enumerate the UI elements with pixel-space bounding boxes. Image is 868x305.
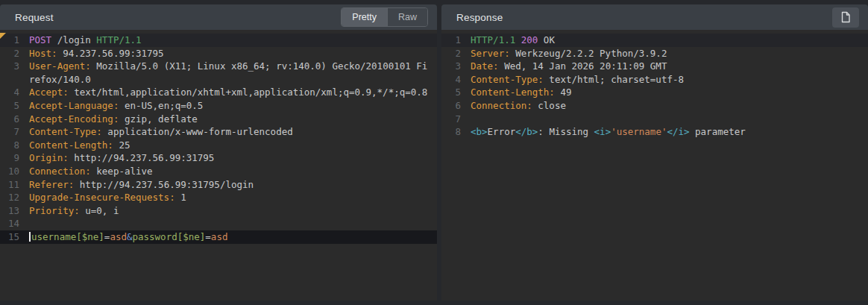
code-line[interactable]: 1HTTP/1.1 200 OK [441, 34, 868, 47]
code-line[interactable]: 8<b>Error</b>: Missing <i>'username'</i>… [441, 125, 868, 139]
code-text: Host: 94.237.56.99:31795 [29, 47, 437, 60]
code-segment: username[$ne] [31, 231, 104, 242]
code-segment: Host: [29, 48, 57, 59]
code-segment: Server: [471, 48, 510, 59]
code-text: HTTP/1.1 200 OK [471, 34, 868, 47]
code-segment: Content-Type: [29, 126, 102, 137]
copy-response-button[interactable] [832, 7, 859, 28]
code-line[interactable]: 15username[$ne]=asd&password[$ne]=asd [0, 230, 437, 244]
line-number: 1 [441, 34, 461, 47]
code-segment: </b> [515, 126, 538, 137]
code-line[interactable]: 6Accept-Encoding: gzip, deflate [0, 113, 437, 126]
code-text: Connection: close [471, 99, 868, 113]
code-segment: http://94.237.56.99:31795/login [74, 179, 254, 190]
response-panel: Response 1HTTP/1.1 200 OK2Server: Werkze… [441, 4, 868, 301]
code-segment: Content-Length: [29, 139, 113, 151]
code-segment [515, 34, 521, 45]
code-segment: 1 [175, 192, 186, 203]
line-number: 6 [0, 113, 19, 126]
code-segment: close [532, 100, 566, 111]
document-icon [840, 11, 851, 23]
code-line[interactable]: 5Content-Length: 49 [441, 86, 868, 99]
code-segment: Accept: [29, 87, 69, 98]
code-line[interactable]: 5Accept-Language: en-US,en;q=0.5 [0, 99, 437, 113]
code-line[interactable]: 12Upgrade-Insecure-Requests: 1 [0, 191, 437, 204]
request-title: Request [15, 12, 54, 23]
code-text: Content-Type: text/html; charset=utf-8 [471, 73, 868, 87]
code-segment: Upgrade-Insecure-Requests: [29, 192, 175, 203]
code-line[interactable]: 3Date: Wed, 14 Jan 2026 20:11:09 GMT [441, 60, 868, 73]
code-text: Upgrade-Insecure-Requests: 1 [29, 191, 437, 204]
code-text: <b>Error</b>: Missing <i>'username'</i> … [471, 125, 868, 139]
response-code-area: 1HTTP/1.1 200 OK2Server: Werkzeug/2.2.2 … [441, 34, 868, 139]
code-line[interactable]: 2Server: Werkzeug/2.2.2 Python/3.9.2 [441, 47, 868, 60]
tab-pretty[interactable]: Pretty [342, 8, 387, 26]
tab-raw[interactable]: Raw [387, 8, 427, 26]
code-segment: : Missing [538, 126, 594, 137]
code-segment: 25 [113, 139, 130, 151]
code-segment: Priority: [29, 205, 80, 216]
response-title: Response [456, 12, 503, 23]
code-text: Referer: http://94.237.56.99:31795/login [29, 178, 437, 192]
code-segment: <i> [594, 126, 611, 137]
code-line[interactable]: 7Content-Type: application/x-www-form-ur… [0, 125, 437, 139]
code-line[interactable]: 2Host: 94.237.56.99:31795 [0, 47, 437, 60]
code-line[interactable]: 14 [0, 217, 437, 230]
code-line[interactable]: 6Connection: close [441, 99, 868, 113]
code-line[interactable]: 4Content-Type: text/html; charset=utf-8 [441, 73, 868, 87]
code-segment: 'username' [611, 126, 667, 137]
code-segment: Origin: [29, 152, 69, 163]
line-number: 2 [441, 47, 461, 60]
code-segment: Date: [471, 60, 499, 72]
code-line[interactable]: 7 [441, 113, 868, 126]
code-segment: text/html; charset=utf-8 [544, 74, 684, 85]
code-line[interactable]: 8Content-Length: 25 [0, 139, 437, 152]
line-number: 3 [0, 60, 19, 86]
line-number: 5 [441, 86, 461, 99]
code-text: Server: Werkzeug/2.2.2 Python/3.9.2 [471, 47, 868, 60]
code-text: Content-Type: application/x-www-form-url… [29, 125, 437, 139]
code-segment: Werkzeug/2.2.2 Python/3.9.2 [510, 48, 667, 59]
line-number: 7 [0, 125, 19, 139]
line-number: 15 [0, 230, 19, 244]
text-caret [29, 232, 31, 242]
line-number: 8 [441, 125, 461, 139]
code-segment: parameter [690, 126, 746, 137]
code-line[interactable]: 13Priority: u=0, i [0, 204, 437, 218]
code-segment: 49 [555, 87, 572, 98]
code-text: Accept-Language: en-US,en;q=0.5 [29, 99, 437, 113]
code-line[interactable]: 4Accept: text/html,application/xhtml+xml… [0, 86, 437, 99]
line-number: 12 [0, 191, 19, 204]
caret-position-marker-icon [0, 33, 6, 39]
code-segment: Connection: [471, 100, 532, 111]
request-editor[interactable]: 1POST /login HTTP/1.12Host: 94.237.56.99… [0, 30, 437, 301]
line-number: 13 [0, 204, 19, 218]
code-segment: Error [488, 126, 516, 137]
code-line[interactable]: 3User-Agent: Mozilla/5.0 (X11; Linux x86… [0, 60, 437, 86]
code-segment: application/x-www-form-urlencoded [102, 126, 293, 137]
line-number: 10 [0, 165, 19, 178]
response-editor[interactable]: 1HTTP/1.1 200 OK2Server: Werkzeug/2.2.2 … [441, 30, 868, 301]
request-header: Request Pretty Raw [0, 4, 437, 30]
request-code-area: 1POST /login HTTP/1.12Host: 94.237.56.99… [0, 34, 437, 244]
code-text: Date: Wed, 14 Jan 2026 20:11:09 GMT [471, 60, 868, 73]
code-line[interactable]: 1POST /login HTTP/1.1 [0, 34, 437, 47]
code-segment: 200 [521, 34, 538, 45]
code-segment: 94.237.56.99:31795 [57, 48, 164, 59]
code-line[interactable]: 9Origin: http://94.237.56.99:31795 [0, 151, 437, 165]
line-number: 11 [0, 178, 19, 192]
code-text: User-Agent: Mozilla/5.0 (X11; Linux x86_… [29, 60, 437, 86]
code-text: Accept: text/html,application/xhtml+xml,… [29, 86, 437, 99]
code-line[interactable]: 11Referer: http://94.237.56.99:31795/log… [0, 178, 437, 192]
code-segment: Content-Type: [471, 74, 544, 85]
line-number: 5 [0, 99, 19, 113]
code-segment: HTTP/1.1 [96, 34, 141, 45]
code-segment: POST [29, 34, 51, 45]
code-segment: Connection: [29, 166, 91, 177]
code-line[interactable]: 10Connection: keep-alive [0, 165, 437, 178]
code-segment: Content-Length: [471, 87, 555, 98]
code-text: Content-Length: 49 [471, 86, 868, 99]
code-segment: Wed, 14 Jan 2026 20:11:09 GMT [499, 60, 667, 72]
code-text: Content-Length: 25 [29, 139, 437, 152]
code-segment: asd [110, 231, 127, 242]
